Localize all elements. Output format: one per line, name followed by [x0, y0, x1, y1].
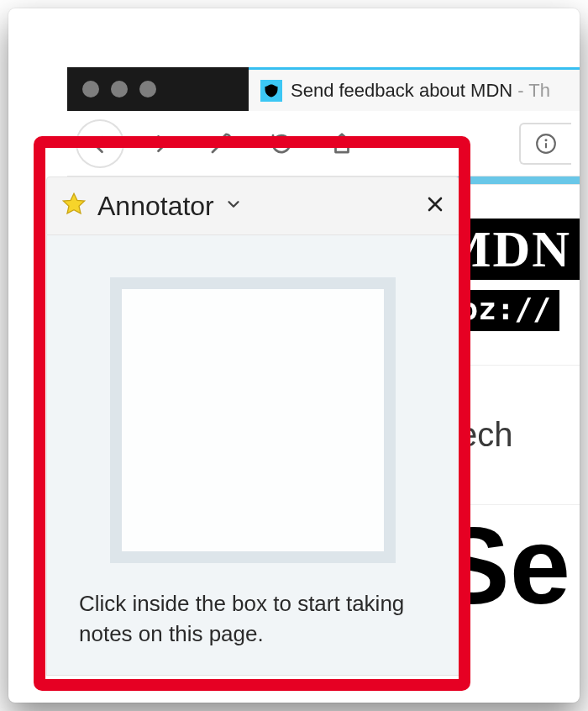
tab-favicon [260, 80, 282, 102]
close-sidebar-button[interactable] [425, 194, 445, 218]
home-button[interactable] [319, 121, 365, 166]
developer-button[interactable] [198, 121, 244, 166]
star-icon [60, 191, 87, 221]
reload-button[interactable] [259, 121, 304, 166]
sidebar-header: Annotator [46, 176, 459, 235]
tab-strip: Send feedback about MDN - Th [249, 67, 580, 111]
back-button[interactable] [77, 121, 123, 166]
sidebar-title: Annotator [97, 191, 214, 222]
zoom-window-button[interactable] [139, 81, 156, 97]
site-info-button[interactable] [519, 123, 571, 165]
close-window-button[interactable] [82, 81, 99, 97]
svg-rect-2 [545, 142, 547, 148]
sidebar-body: Click inside the box to start taking not… [46, 235, 459, 676]
sidebar-hint-text: Click inside the box to start taking not… [79, 588, 427, 650]
chevron-down-icon[interactable] [224, 195, 243, 217]
active-tab[interactable]: Send feedback about MDN - Th [260, 80, 550, 102]
nav-toolbar [67, 111, 580, 176]
minimize-window-button[interactable] [111, 81, 128, 97]
window-controls [67, 67, 249, 111]
annotator-sidebar: Annotator Click inside the box to start … [46, 176, 459, 676]
screenshot-frame: Send feedback about MDN - Th [8, 8, 580, 703]
note-input-box[interactable] [110, 277, 396, 563]
tab-title: Send feedback about MDN - Th [291, 80, 550, 102]
titlebar: Send feedback about MDN - Th [67, 67, 580, 111]
forward-button[interactable] [138, 121, 183, 166]
svg-point-1 [544, 139, 547, 141]
